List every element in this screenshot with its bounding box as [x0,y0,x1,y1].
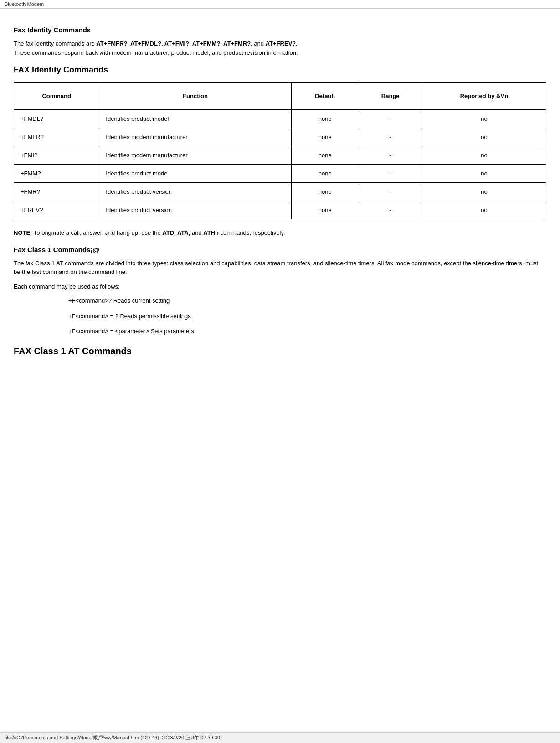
cell-command: +FMFR? [14,128,99,146]
list-item: +F<command> = ? Reads permissible settin… [68,312,546,321]
cell-default: none [291,128,359,146]
cell-command: +FMI? [14,146,99,165]
fax-identity-heading: Fax Identity Commands [14,26,546,34]
list-item: +F<command> = <parameter> Sets parameter… [68,327,546,336]
status-bar: file:///C|/Documents and Settings/Alcee/… [0,732,560,743]
cell-default: none [291,110,359,128]
table-header-row: Command Function Default Range Reported … [14,83,546,110]
col-header-default: Default [291,83,359,110]
cell-command: +FREV? [14,201,99,219]
note-bold-label: NOTE: [14,229,32,236]
intro-last-command: AT+FREV?. [266,40,298,47]
cell-command: +FMR? [14,183,99,201]
table-row: +FMI?Identifies modem manufacturernone-n… [14,146,546,165]
intro-and: and [252,40,266,47]
cell-reported: no [422,201,546,219]
cell-function: Identifies product mode [99,165,291,183]
cell-default: none [291,146,359,165]
cell-function: Identifies modem manufacturer [99,146,291,165]
command-list: +F<command>? Reads current setting+F<com… [68,296,546,336]
intro-text-start: The fax identity commands are [14,40,96,47]
cell-function: Identifies product model [99,110,291,128]
fax-identity-table-title: FAX Identity Commands [14,65,546,75]
note-end: commands, respectively. [219,229,285,236]
cell-default: none [291,183,359,201]
note-last-cmd: ATHn [203,229,219,236]
top-bar-label: Bluetooth Modem [5,1,44,7]
table-row: +FMDL?Identifies product modelnone-no [14,110,546,128]
cell-reported: no [422,110,546,128]
col-header-reported: Reported by &Vn [422,83,546,110]
table-row: +FMR?Identifies product versionnone-no [14,183,546,201]
table-row: +FMFR?Identifies modem manufacturernone-… [14,128,546,146]
cell-range: - [359,201,422,219]
table-row: +FREV?Identifies product versionnone-no [14,201,546,219]
cell-range: - [359,165,422,183]
col-header-function: Function [99,83,291,110]
note-and: and [190,229,203,236]
cell-function: Identifies product version [99,183,291,201]
cell-range: - [359,128,422,146]
cell-range: - [359,110,422,128]
each-command-label: Each command may be used as follows: [14,282,546,291]
note-text: To originate a call, answer, and hang up… [32,229,162,236]
cell-range: - [359,146,422,165]
note-paragraph: NOTE: To originate a call, answer, and h… [14,228,546,237]
cell-default: none [291,165,359,183]
col-header-range: Range [359,83,422,110]
fax-class1-heading: Fax Class 1 Commands¡@ [14,246,546,253]
intro-commands-bold: AT+FMFR?, AT+FMDL?, AT+FMI?, AT+FMM?, AT… [96,40,252,47]
intro-paragraph: The fax identity commands are AT+FMFR?, … [14,39,546,57]
cell-reported: no [422,183,546,201]
note-commands: ATD, ATA, [162,229,190,236]
cell-reported: no [422,128,546,146]
cell-command: +FMM? [14,165,99,183]
table-row: +FMM?Identifies product modenone-no [14,165,546,183]
cell-range: - [359,183,422,201]
fax-class1-at-title: FAX Class 1 AT Commands [14,346,546,356]
status-bar-text: file:///C|/Documents and Settings/Alcee/… [5,735,221,740]
main-content: Fax Identity Commands The fax identity c… [0,9,560,392]
list-item: +F<command>? Reads current setting [68,296,546,305]
top-bar: Bluetooth Modem [0,0,560,9]
cell-function: Identifies modem manufacturer [99,128,291,146]
cell-reported: no [422,165,546,183]
cell-reported: no [422,146,546,165]
cell-default: none [291,201,359,219]
fax-class1-intro: The fax Class 1 AT commands are divided … [14,259,546,277]
fax-identity-table: Command Function Default Range Reported … [14,82,546,219]
intro-line2: These commands respond back with modem m… [14,49,298,56]
cell-function: Identifies product version [99,201,291,219]
col-header-command: Command [14,83,99,110]
cell-command: +FMDL? [14,110,99,128]
